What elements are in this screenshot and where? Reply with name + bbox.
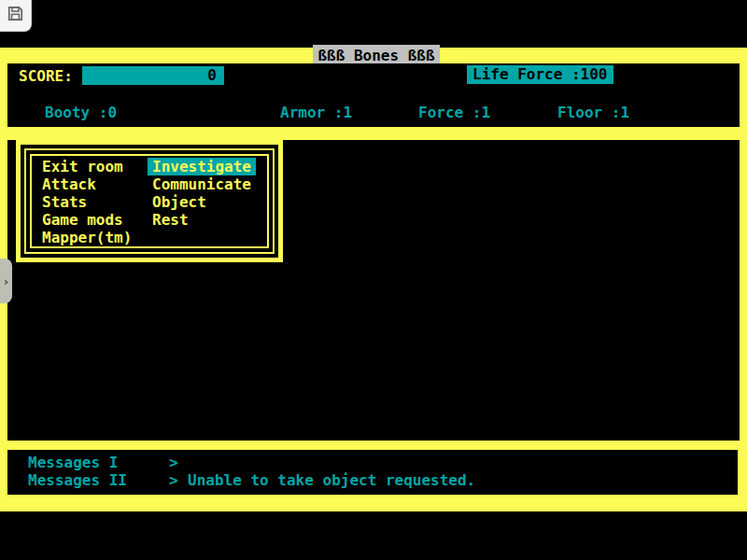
stat-booty: Booty :0 [45,105,117,121]
life-force-badge: Life Force :100 [467,65,613,84]
menu-window-inner-border: Exit room Attack Stats Game mods Mapper(… [30,154,269,248]
menu-item-exit-room[interactable]: Exit room [37,158,136,175]
main-panel: Exit room Attack Stats Game mods Mapper(… [7,140,740,441]
stat-force: Force :1 [418,105,490,121]
menu-content: Exit room Attack Stats Game mods Mapper(… [37,158,267,246]
menu-item-attack[interactable]: Attack [37,175,136,193]
message-1-label: Messages I [28,454,118,471]
menu-window: Exit room Attack Stats Game mods Mapper(… [16,140,283,262]
menu-item-mapper[interactable]: Mapper(tm) [37,229,136,246]
menu-column-right: Investigate Communicate Object Rest [148,158,256,229]
message-1-prompt: > [169,454,178,471]
stats-panel: SCORE: 0 Life Force :100 Booty :0 Armor … [7,63,740,127]
stat-armor: Armor :1 [280,105,352,121]
score-bar: 0 [82,66,224,85]
messages-panel: Messages I > Messages II > Unable to tak… [7,450,738,495]
menu-item-stats[interactable]: Stats [37,193,136,211]
message-2-prompt: > [169,471,178,489]
message-2-label: Messages II [28,471,127,489]
stat-floor: Floor :1 [557,105,629,121]
save-button[interactable] [0,0,32,32]
menu-item-object[interactable]: Object [148,193,256,211]
menu-item-communicate[interactable]: Communicate [148,175,256,193]
floppy-disk-icon [7,5,24,26]
message-line-2: Messages II > Unable to take object requ… [7,471,738,489]
menu-column-left: Exit room Attack Stats Game mods Mapper(… [37,158,136,246]
menu-item-investigate[interactable]: Investigate [148,158,256,175]
menu-item-rest[interactable]: Rest [148,211,256,229]
message-line-1: Messages I > [7,454,738,471]
game-screen: ßßß Bones ßßß SCORE: 0 Life Force :100 B… [0,0,747,560]
message-2-text: Unable to take object requested. [188,471,475,489]
sidebar-expand-handle[interactable]: › [0,259,12,303]
menu-item-game-mods[interactable]: Game mods [37,211,136,229]
score-label: SCORE: [19,67,73,86]
chevron-right-icon: › [3,275,10,287]
menu-window-border: Exit room Attack Stats Game mods Mapper(… [24,148,275,254]
